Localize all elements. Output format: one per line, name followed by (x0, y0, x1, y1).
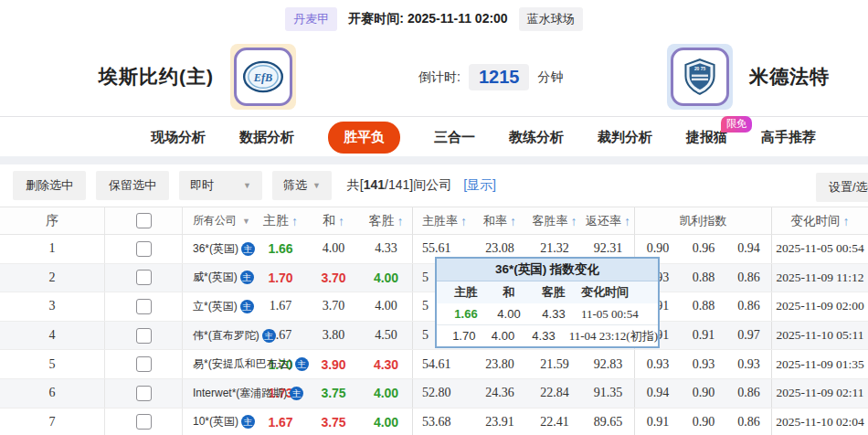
change-time-cell: 2025-11-09 02:11 (772, 379, 868, 408)
countdown-value: 1215 (469, 64, 530, 90)
nav-tab[interactable]: 教练分析 (509, 129, 564, 146)
delete-selected-button[interactable]: 删除选中 (13, 171, 86, 200)
kelly-cell: 0.88 (681, 292, 726, 321)
row-seq: 2 (0, 264, 105, 292)
row-check-cell (105, 235, 183, 263)
odds-home-cell[interactable]: 1.67 (254, 408, 307, 435)
popup-change-time: 11-04 23:12(初指) (566, 328, 658, 345)
odds-away-cell[interactable]: 4.50 (360, 322, 413, 350)
home-team-name: 埃斯比约(主) (99, 64, 214, 90)
filter-dropdown[interactable]: 筛选▼ (272, 171, 332, 200)
row-check-cell (105, 379, 183, 408)
odds-draw-cell[interactable]: 3.70 (307, 264, 360, 292)
row-seq: 3 (0, 292, 105, 321)
kelly-cell: 0.86 (726, 292, 772, 321)
header-win-rate[interactable]: 主胜率↑ (413, 207, 472, 234)
row-checkbox[interactable] (136, 270, 152, 285)
keep-selected-button[interactable]: 保留选中 (96, 171, 169, 200)
company-cell[interactable]: 10*(英国)主 (183, 408, 254, 435)
row-checkbox[interactable] (136, 356, 152, 372)
company-name: Interwet*(塞浦路斯) (193, 386, 287, 401)
odds-draw-cell[interactable]: 3.75 (307, 379, 360, 408)
settings-select-button[interactable]: 设置/选择 (816, 173, 868, 202)
nav-tab[interactable]: 现场分析 (151, 129, 206, 146)
header-company[interactable]: 所有公司▼ (183, 207, 254, 234)
sort-up-icon: ↑ (397, 214, 404, 228)
nav-tab[interactable]: 三合一 (434, 129, 475, 146)
row-checkbox[interactable] (136, 328, 152, 344)
row-checkbox[interactable] (136, 414, 152, 430)
nav-tab[interactable]: 高手推荐 (761, 129, 816, 146)
row-seq: 5 (0, 350, 105, 378)
odds-draw-cell[interactable]: 4.00 (307, 235, 360, 263)
header-away-rate[interactable]: 客胜率↑ (527, 207, 582, 234)
odds-draw-cell[interactable]: 3.70 (307, 292, 360, 321)
kelly-cell: 0.88 (681, 264, 726, 292)
header-away-odds[interactable]: 客胜↑ (360, 207, 413, 234)
sort-up-icon: ↑ (460, 214, 467, 228)
table-row: 6Interwet*(塞浦路斯)主1.733.754.0052.8024.362… (0, 379, 868, 408)
kelly-cell: 0.96 (681, 235, 726, 263)
row-seq: 6 (0, 379, 105, 408)
header-kelly: 凯利指数 (635, 207, 772, 234)
company-cell[interactable]: 威*(英国)主 (183, 264, 254, 292)
header-home-odds[interactable]: 主胜↑ (254, 207, 307, 234)
company-cell[interactable]: 36*(英国)主 (183, 235, 254, 263)
row-checkbox[interactable] (136, 241, 152, 257)
nav-tab[interactable]: 裁判分析 (598, 129, 652, 146)
row-check-cell (105, 408, 183, 435)
odds-home-cell[interactable]: 1.67 (254, 292, 307, 321)
popup-header-draw: 和 (488, 284, 530, 301)
company-cell[interactable]: Interwet*(塞浦路斯)主 (183, 379, 254, 408)
odds-away-cell[interactable]: 4.00 (360, 408, 413, 435)
odds-table: 序 所有公司▼ 主胜↑ 和↑ 客胜↑ 主胜率↑ 和率↑ 客胜率↑ 返还率↑ 凯利… (0, 207, 868, 435)
kelly-cell: 0.94 (635, 379, 681, 408)
company-cell[interactable]: 立*(英国)主 (183, 292, 254, 321)
odds-away-cell[interactable]: 4.33 (360, 235, 413, 263)
odds-away-cell[interactable]: 4.00 (360, 264, 413, 292)
table-row: 2威*(英国)主1.703.704.0050.930.880.862025-11… (0, 264, 868, 293)
odds-draw-cell[interactable]: 3.90 (307, 350, 360, 378)
row-checkbox[interactable] (136, 386, 152, 401)
header-draw-rate[interactable]: 和率↑ (472, 207, 527, 234)
section-divider (0, 156, 868, 164)
odds-home-cell[interactable]: 1.70 (254, 264, 307, 292)
main-company-icon: 主 (240, 300, 254, 313)
sort-up-icon: ↑ (338, 214, 344, 228)
odds-draw-cell[interactable]: 3.75 (307, 408, 360, 435)
row-check-cell (105, 292, 183, 321)
company-cell[interactable]: 伟*(直布罗陀)主 (183, 322, 254, 350)
main-company-icon: 主 (262, 329, 276, 343)
popup-header-home: 主胜 (444, 284, 488, 301)
popup-odds-row: 1.664.004.3311-05 00:54 (437, 303, 658, 324)
odds-away-cell[interactable]: 4.30 (360, 350, 413, 378)
nav-tab[interactable]: 胜平负 (328, 122, 400, 154)
nav-tab[interactable]: 捷报猫限免 (686, 129, 727, 146)
show-link[interactable]: [显示] (463, 177, 496, 194)
header-return-rate[interactable]: 返还率↑ (582, 207, 635, 234)
header-change-time[interactable]: 变化时间↑ (772, 207, 868, 234)
home-team-crest-icon: EfB (234, 48, 292, 106)
kelly-cell: 0.93 (681, 350, 726, 378)
odds-home-cell[interactable]: 1.66 (254, 235, 307, 263)
company-name: 36*(英国) (193, 241, 238, 257)
header-draw-odds[interactable]: 和↑ (307, 207, 360, 234)
nav-tab-label: 三合一 (434, 129, 475, 144)
sort-up-icon: ↑ (571, 214, 577, 228)
company-cell[interactable]: 易*(安提瓜和巴布达)主 (183, 350, 254, 378)
company-count-total: 141 (364, 177, 385, 192)
row-checkbox[interactable] (136, 299, 152, 314)
row-seq: 7 (0, 408, 105, 435)
odds-mode-dropdown[interactable]: 即时▼ (179, 171, 262, 200)
select-all-checkbox[interactable] (136, 213, 152, 228)
kelly-cell: 0.97 (726, 322, 772, 350)
table-row: 136*(英国)主1.664.004.3355.6123.0821.3292.3… (0, 235, 868, 264)
change-time-cell: 2025-11-09 11:12 (772, 264, 868, 292)
odds-away-cell[interactable]: 4.00 (360, 292, 413, 321)
table-toolbar: 删除选中 保留选中 即时▼ 筛选▼ 共[141/141]间公司 [显示] 设置/… (0, 168, 868, 203)
odds-away-cell[interactable]: 4.00 (360, 379, 413, 408)
win-rate-cell: 52.80 (413, 379, 472, 408)
countdown: 倒计时: 1215 分钟 (418, 64, 563, 90)
nav-tab[interactable]: 数据分析 (239, 129, 294, 146)
odds-draw-cell[interactable]: 3.80 (307, 322, 360, 350)
